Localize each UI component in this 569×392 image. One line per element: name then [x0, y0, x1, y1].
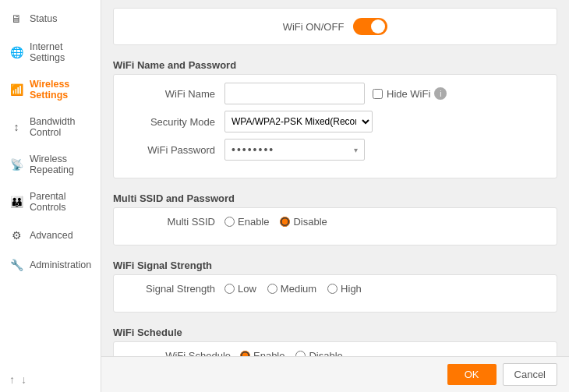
sidebar-item-parental-controls[interactable]: 👪Parental Controls	[0, 183, 101, 221]
sidebar-item-label-advanced: Advanced	[30, 230, 73, 241]
main-content: WiFi ON/OFF WiFi Name and Password WiFi …	[101, 0, 569, 392]
signal-high-label[interactable]: High	[327, 283, 362, 295]
sidebar-item-advanced[interactable]: ⚙Advanced	[0, 221, 101, 250]
wifi-schedule-section-title: WiFi Schedule	[113, 322, 557, 341]
wifi-name-input[interactable]: TENDA-YASON	[224, 83, 365, 104]
multi-ssid-section-title: Multi SSID and Password	[113, 188, 557, 207]
wifi-toggle-card: WiFi ON/OFF	[113, 8, 557, 45]
multi-ssid-enable-label[interactable]: Enable	[224, 216, 269, 228]
up-icon[interactable]: ↑	[9, 373, 15, 386]
wifi-schedule-card: WiFi Schedule Enable Disable Tu	[113, 341, 557, 356]
sidebar-item-label-parental-controls: Parental Controls	[30, 191, 91, 213]
wifi-toggle-label: WiFi ON/OFF	[283, 21, 345, 33]
internet-settings-icon: 🌐	[9, 45, 23, 59]
schedule-disable-radio[interactable]	[295, 351, 306, 356]
footer: OK Cancel	[101, 356, 569, 392]
signal-high-radio[interactable]	[327, 284, 338, 294]
status-icon: 🖥	[9, 12, 23, 26]
hide-wifi-checkbox[interactable]	[373, 89, 383, 99]
wifi-password-row: WiFi Password •••••••• ▾	[129, 139, 541, 161]
signal-low-label[interactable]: Low	[224, 283, 256, 295]
sidebar-item-bandwidth-control[interactable]: ↕Bandwidth Control	[0, 108, 101, 146]
sidebar-item-label-status: Status	[30, 13, 57, 24]
hide-wifi-label: Hide WiFi	[387, 88, 430, 100]
signal-low-radio[interactable]	[224, 284, 235, 294]
sidebar: 🖥Status🌐Internet Settings📶Wireless Setti…	[0, 0, 101, 392]
content-area: WiFi ON/OFF WiFi Name and Password WiFi …	[101, 0, 569, 356]
wifi-signal-section-title: WiFi Signal Strength	[113, 255, 557, 274]
sidebar-item-label-administration: Administration	[30, 260, 91, 270]
signal-medium-radio[interactable]	[267, 284, 277, 294]
wifi-name-row: WiFi Name TENDA-YASON Hide WiFi i	[129, 83, 541, 104]
sidebar-item-label-bandwidth-control: Bandwidth Control	[30, 116, 91, 138]
wireless-repeating-icon: 📡	[9, 157, 23, 171]
ok-button[interactable]: OK	[447, 364, 497, 385]
multi-ssid-card: Multi SSID Enable Disable	[113, 207, 557, 245]
wifi-schedule-label: WiFi Schedule	[129, 350, 231, 356]
signal-strength-radio-wrap: Low Medium High	[224, 283, 362, 295]
wifi-signal-card: Signal Strength Low Medium High	[113, 274, 557, 313]
sidebar-item-wireless-repeating[interactable]: 📡Wireless Repeating	[0, 146, 101, 183]
wifi-name-password-section-title: WiFi Name and Password	[113, 55, 557, 74]
wifi-schedule-row: WiFi Schedule Enable Disable	[129, 350, 541, 356]
sidebar-item-label-internet-settings: Internet Settings	[30, 41, 91, 63]
bandwidth-control-icon: ↕	[9, 120, 23, 134]
security-mode-select[interactable]: WPA/WPA2-PSK Mixed(Recommen	[224, 111, 373, 132]
chevron-down-icon: ▾	[354, 146, 358, 154]
sidebar-item-label-wireless-settings: Wireless Settings	[30, 79, 91, 101]
sidebar-item-label-wireless-repeating: Wireless Repeating	[30, 154, 91, 175]
multi-ssid-enable-radio[interactable]	[224, 217, 235, 227]
wifi-name-control-wrap: TENDA-YASON Hide WiFi i	[224, 83, 447, 104]
multi-ssid-form: Multi SSID Enable Disable	[114, 208, 557, 245]
security-mode-label: Security Mode	[129, 116, 215, 128]
security-mode-row: Security Mode WPA/WPA2-PSK Mixed(Recomme…	[129, 111, 541, 132]
sidebar-item-wireless-settings[interactable]: 📶Wireless Settings	[0, 71, 101, 108]
wifi-password-control-wrap: •••••••• ▾	[224, 139, 365, 161]
multi-ssid-disable-label[interactable]: Disable	[280, 216, 327, 228]
signal-strength-label: Signal Strength	[129, 283, 215, 295]
multi-ssid-row: Multi SSID Enable Disable	[129, 216, 541, 228]
wifi-name-password-form: WiFi Name TENDA-YASON Hide WiFi i Securi…	[114, 75, 557, 178]
cancel-button[interactable]: Cancel	[503, 363, 557, 386]
info-icon[interactable]: i	[434, 87, 447, 100]
multi-ssid-radio-wrap: Enable Disable	[224, 216, 327, 228]
sidebar-item-administration[interactable]: 🔧Administration	[0, 250, 101, 280]
down-icon[interactable]: ↓	[21, 373, 27, 386]
signal-medium-label[interactable]: Medium	[267, 283, 316, 295]
wifi-password-label: WiFi Password	[129, 144, 215, 156]
security-mode-control-wrap: WPA/WPA2-PSK Mixed(Recommen	[224, 111, 373, 132]
wifi-signal-form: Signal Strength Low Medium High	[114, 275, 557, 312]
sidebar-item-internet-settings[interactable]: 🌐Internet Settings	[0, 34, 101, 71]
schedule-disable-label[interactable]: Disable	[295, 350, 342, 356]
wifi-toggle-row: WiFi ON/OFF	[114, 9, 557, 44]
schedule-enable-radio[interactable]	[240, 351, 250, 356]
wifi-name-label: WiFi Name	[129, 88, 215, 100]
multi-ssid-disable-radio[interactable]	[280, 217, 290, 227]
administration-icon: 🔧	[9, 258, 23, 272]
wifi-name-password-card: WiFi Name TENDA-YASON Hide WiFi i Securi…	[113, 74, 557, 178]
hide-wifi-wrap: Hide WiFi i	[373, 87, 447, 100]
signal-strength-row: Signal Strength Low Medium High	[129, 283, 541, 295]
sidebar-bottom: ↑ ↓	[0, 367, 101, 392]
parental-controls-icon: 👪	[9, 195, 23, 209]
wifi-password-dots: ••••••••	[231, 143, 274, 156]
schedule-enable-label[interactable]: Enable	[240, 350, 284, 356]
wifi-schedule-radio-wrap: Enable Disable	[240, 350, 343, 356]
wifi-toggle-switch[interactable]	[353, 18, 387, 35]
wifi-schedule-form: WiFi Schedule Enable Disable Tu	[114, 342, 557, 356]
multi-ssid-label: Multi SSID	[129, 216, 215, 228]
wireless-settings-icon: 📶	[9, 83, 23, 97]
wifi-password-field[interactable]: •••••••• ▾	[224, 139, 365, 161]
advanced-icon: ⚙	[9, 228, 23, 242]
sidebar-item-status[interactable]: 🖥Status	[0, 4, 101, 34]
